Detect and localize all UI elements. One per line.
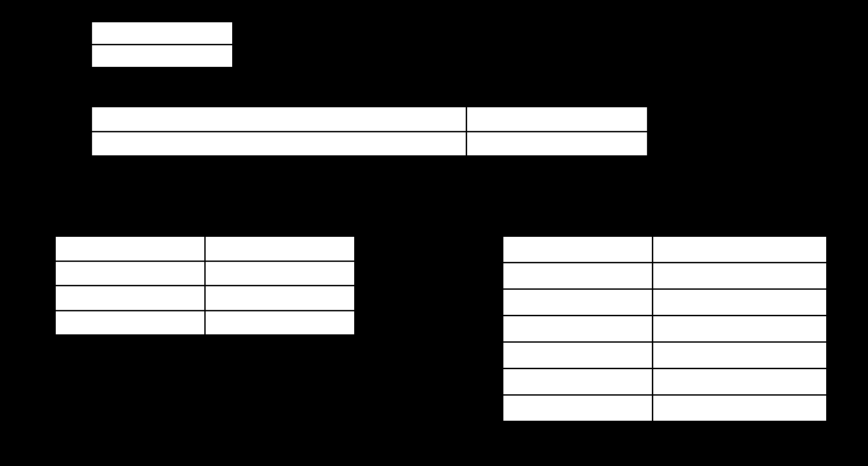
canvas — [0, 0, 868, 466]
cell — [503, 263, 653, 289]
cell — [653, 395, 827, 421]
cell — [91, 45, 233, 68]
cell — [55, 311, 205, 335]
cell — [205, 261, 355, 286]
table-bottom-right — [502, 235, 828, 422]
table-top-wide — [91, 106, 648, 157]
cell — [653, 368, 827, 395]
cell — [653, 289, 827, 316]
table-bottom-left — [54, 235, 356, 336]
cell — [503, 395, 653, 421]
cell — [653, 342, 827, 368]
cell — [503, 316, 653, 342]
cell — [205, 311, 355, 335]
cell — [55, 286, 205, 311]
table-top-small — [91, 21, 234, 68]
cell — [205, 286, 355, 311]
cell — [466, 132, 648, 156]
cell — [503, 368, 653, 395]
cell — [653, 263, 827, 289]
cell — [55, 236, 205, 261]
cell — [91, 22, 233, 45]
cell — [91, 107, 466, 132]
cell — [653, 236, 827, 263]
cell — [503, 342, 653, 368]
cell — [653, 316, 827, 342]
cell — [91, 132, 466, 156]
cell — [466, 107, 648, 132]
cell — [503, 236, 653, 263]
cell — [503, 289, 653, 316]
cell — [205, 236, 355, 261]
cell — [55, 261, 205, 286]
